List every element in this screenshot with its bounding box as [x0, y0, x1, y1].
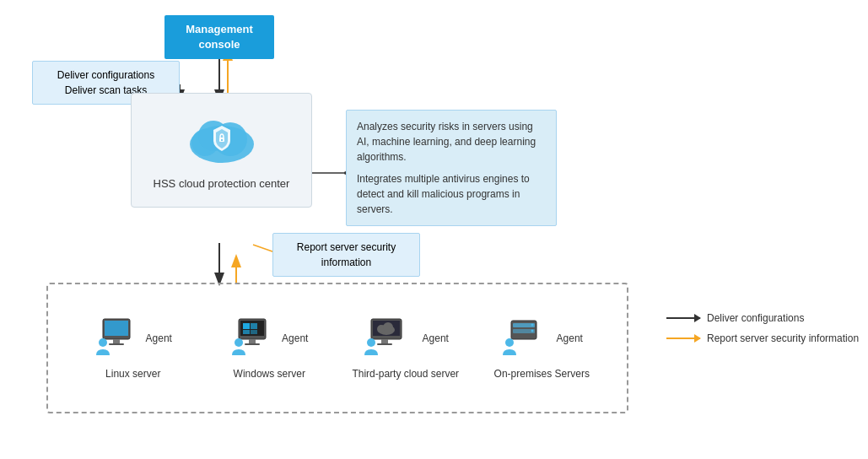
legend: Deliver configurations Report server sec… [666, 312, 859, 353]
svg-point-40 [531, 329, 533, 332]
linux-server-item: Agent Linux server [74, 317, 192, 380]
feature2-text: Integrates multiple antivirus engines to… [357, 171, 546, 217]
svg-point-39 [531, 323, 533, 326]
mgmt-console-label: Management console [186, 23, 252, 51]
svg-point-27 [235, 338, 243, 347]
svg-rect-33 [381, 339, 388, 343]
deliver-line1: Deliver configurations [57, 69, 154, 81]
windows-server-name: Windows server [234, 368, 305, 380]
windows-agent-label: Agent [282, 332, 308, 344]
linux-server-name: Linux server [105, 368, 160, 380]
feature1-text: Analyzes security risks in servers using… [357, 119, 546, 165]
windows-server-item: Agent Windows server [210, 317, 328, 380]
cloud-server-name: Third-party cloud server [352, 368, 459, 380]
svg-rect-23 [243, 330, 250, 334]
svg-rect-17 [109, 343, 124, 345]
svg-rect-26 [245, 343, 260, 345]
svg-point-35 [367, 338, 375, 347]
report-box: Report server security information [272, 233, 420, 277]
svg-point-41 [505, 338, 514, 347]
cloud-server-icon [363, 317, 418, 359]
management-console: Management console [164, 15, 274, 59]
windows-server-icon [230, 317, 277, 359]
svg-point-18 [99, 338, 107, 347]
legend-line-black [666, 317, 700, 319]
legend-item-1: Deliver configurations [666, 312, 859, 324]
svg-rect-16 [113, 339, 120, 343]
features-box: Analyzes security risks in servers using… [346, 110, 557, 226]
linux-agent-label: Agent [146, 332, 172, 344]
linux-server-icon-row: Agent [94, 317, 172, 359]
legend-label-2: Report server security information [707, 332, 859, 344]
svg-point-13 [221, 139, 223, 141]
hss-cloud-icon [184, 109, 260, 168]
onprem-server-icon [501, 317, 552, 359]
cloud-server-item: Agent Third-party cloud server [347, 317, 465, 380]
svg-rect-22 [251, 323, 257, 329]
onprem-server-name: On-premises Servers [494, 368, 590, 380]
onprem-server-icon-row: Agent [501, 317, 583, 359]
report-box-label: Report server security information [297, 241, 396, 268]
svg-rect-15 [105, 321, 128, 336]
cloud-agent-label: Agent [423, 332, 449, 344]
onprem-server-item: Agent On-premises Servers [483, 317, 601, 380]
windows-server-icon-row: Agent [230, 317, 308, 359]
legend-line-orange [666, 338, 700, 339]
cloud-server-icon-row: Agent [363, 317, 449, 359]
servers-area: Agent Linux server [46, 283, 628, 413]
legend-label-1: Deliver configurations [707, 312, 804, 324]
hss-area: HSS cloud protection center [131, 93, 312, 208]
diagram-container: Management console Deliver configuration… [0, 0, 868, 459]
legend-item-2: Report server security information [666, 332, 859, 344]
svg-rect-21 [243, 323, 250, 329]
linux-server-icon [94, 317, 141, 359]
svg-point-32 [383, 322, 393, 332]
svg-rect-24 [251, 330, 257, 334]
svg-rect-25 [249, 339, 256, 343]
hss-label: HSS cloud protection center [154, 176, 290, 192]
onprem-agent-label: Agent [557, 332, 583, 344]
svg-rect-34 [377, 343, 392, 345]
